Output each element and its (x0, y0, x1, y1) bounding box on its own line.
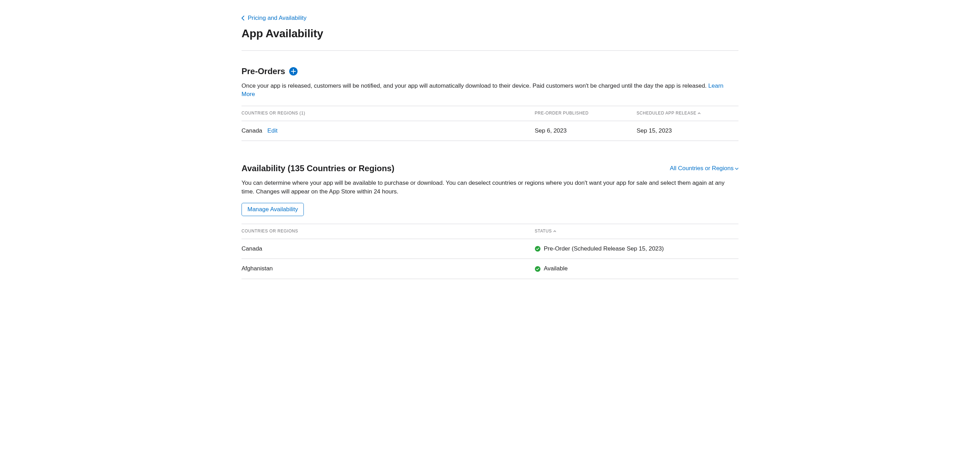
edit-preorder-link[interactable]: Edit (267, 127, 277, 134)
availability-heading: Availability (135 Countries or Regions) (242, 162, 394, 175)
sort-asc-icon (698, 110, 700, 115)
col-header-countries: Countries or Regions (1) (242, 106, 535, 121)
col-header-published: Pre-Order Published (535, 106, 637, 121)
table-row: Canada Edit Sep 6, 2023 Sep 15, 2023 (242, 121, 738, 141)
plus-icon (291, 69, 296, 74)
page-title: App Availability (242, 25, 738, 41)
preorders-heading: Pre-Orders (242, 65, 285, 78)
breadcrumb[interactable]: Pricing and Availability (242, 14, 738, 22)
col-header-status[interactable]: Status (535, 224, 738, 239)
availability-table: Countries or Regions Status Canada Pre- (242, 224, 738, 279)
checkmark-circle-icon (535, 266, 541, 272)
country-name: Afghanistan (242, 259, 535, 279)
checkmark-circle-icon (535, 246, 541, 251)
sort-asc-icon (553, 228, 556, 233)
table-row: Afghanistan Available (242, 259, 738, 279)
published-date: Sep 6, 2023 (535, 121, 637, 141)
table-row: Canada Pre-Order (Scheduled Release Sep … (242, 239, 738, 259)
availability-section: Availability (135 Countries or Regions) … (242, 141, 738, 279)
release-date: Sep 15, 2023 (636, 121, 738, 141)
breadcrumb-link[interactable]: Pricing and Availability (248, 14, 307, 22)
chevron-left-icon (242, 16, 244, 21)
country-name: Canada (242, 127, 262, 134)
add-preorder-button[interactable] (289, 67, 298, 75)
manage-availability-button[interactable]: Manage Availability (242, 203, 304, 216)
availability-helptext: You can determine where your app will be… (242, 179, 738, 196)
preorders-table: Countries or Regions (1) Pre-Order Publi… (242, 106, 738, 141)
status-text: Available (544, 264, 568, 273)
col-header-release[interactable]: Scheduled App Release (636, 106, 738, 121)
chevron-down-icon (735, 164, 738, 173)
col-header-countries-2: Countries or Regions (242, 224, 535, 239)
region-filter-dropdown[interactable]: All Countries or Regions (670, 164, 738, 173)
preorders-section: Pre-Orders Once your app is released, cu… (242, 51, 738, 141)
status-text: Pre-Order (Scheduled Release Sep 15, 202… (544, 245, 664, 253)
country-name: Canada (242, 239, 535, 259)
preorders-helptext: Once your app is released, customers wil… (242, 82, 738, 99)
